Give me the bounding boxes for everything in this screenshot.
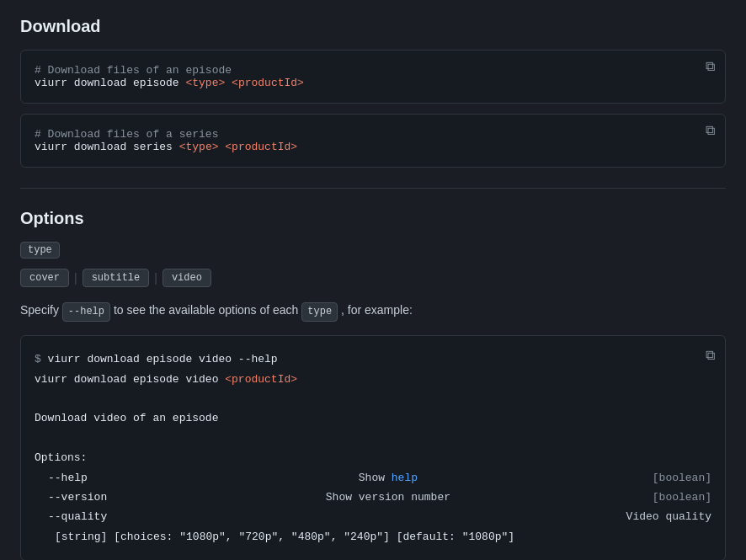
help-inline-code: --help (62, 302, 110, 322)
prompt-symbol: $ (35, 353, 48, 365)
type-badge: type (20, 242, 60, 259)
option-version-line: --version Show version number [boolean] (35, 488, 711, 507)
type-inline-code: type (301, 302, 338, 322)
code-command-2: viurr download series <type> <productId> (35, 141, 711, 153)
option-desc-quality: Video quality (626, 507, 711, 526)
description-prefix: Specify (20, 303, 62, 317)
video-badge: video (163, 269, 211, 287)
description-suffix: , for example: (341, 303, 413, 317)
options-header: Options: (35, 448, 711, 467)
code-comment-2: # Download files of a series (35, 128, 711, 141)
option-desc-version: Show version number (326, 488, 450, 507)
type-badge-container: type (20, 242, 726, 269)
blank-2 (35, 429, 711, 448)
blank-1 (35, 389, 711, 408)
code-block-series: ⧉ # Download files of a series viurr dow… (20, 114, 726, 168)
example-command: viurr download episode video --help (48, 353, 278, 365)
separator-2: | (154, 271, 157, 285)
example-description: Download video of an episode (35, 408, 711, 428)
option-flag-help: --help (48, 468, 124, 488)
option-help-line: --help Show help [boolean] (35, 468, 711, 488)
copy-icon-3[interactable]: ⧉ (706, 344, 715, 369)
option-choices-quality: [string] [choices: "1080p", "720p", "480… (35, 527, 711, 547)
page-title: Download (20, 17, 726, 36)
option-type-help: [boolean] (653, 468, 711, 488)
option-quality-line: --quality Video quality (35, 507, 711, 526)
code-comment-1: # Download files of an episode (35, 64, 711, 77)
cover-badge: cover (20, 269, 69, 287)
subtitle-badge: subtitle (83, 269, 150, 287)
example-code-block: ⧉ $ viurr download episode video --help … (20, 335, 726, 560)
code-block-episode: ⧉ # Download files of an episode viurr d… (20, 50, 726, 104)
help-link: help (392, 472, 418, 484)
option-flag-quality: --quality (48, 507, 124, 526)
description-line: Specify --help to see the available opti… (20, 301, 726, 322)
code-command-1: viurr download episode <type> <productId… (35, 77, 711, 89)
option-flag-version: --version (48, 488, 124, 507)
section-divider (20, 188, 726, 189)
type-options-row: cover | subtitle | video (20, 269, 726, 287)
option-desc-help: Show help (359, 468, 418, 488)
options-title: Options (20, 209, 726, 228)
example-prompt-line: $ viurr download episode video --help (35, 349, 711, 369)
example-command-line: viurr download episode video <productId> (35, 370, 711, 389)
description-middle: to see the available options of each (114, 303, 301, 317)
copy-icon-2[interactable]: ⧉ (706, 123, 715, 139)
copy-icon-1[interactable]: ⧉ (706, 59, 715, 75)
option-type-version: [boolean] (653, 488, 711, 507)
separator-1: | (74, 271, 77, 285)
